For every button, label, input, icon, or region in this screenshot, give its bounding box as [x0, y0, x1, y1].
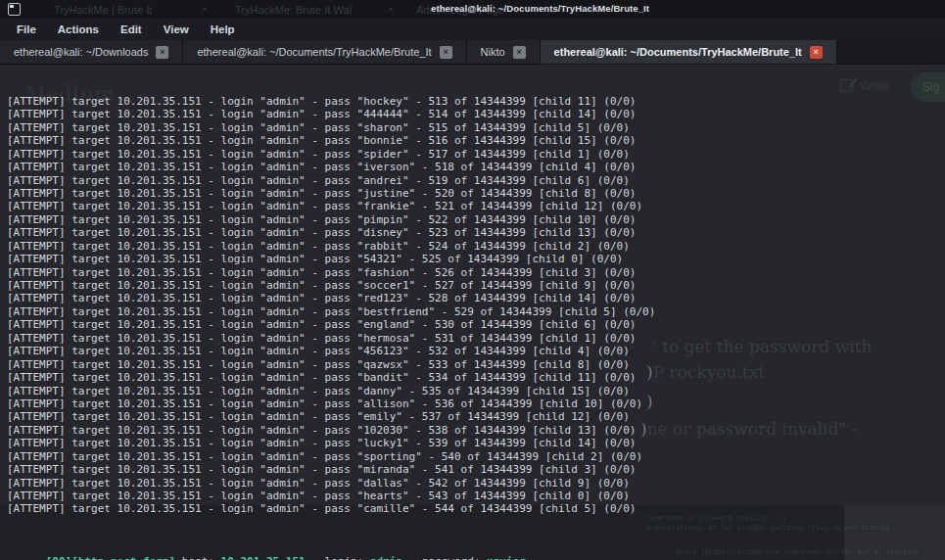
attempt-line: [ATTEMPT] target 10.201.35.151 - login "… [7, 108, 945, 120]
attempt-line: [ATTEMPT] target 10.201.35.151 - login "… [7, 502, 945, 515]
qterminal-window: TryHackMe | Brute It × TryHackMe: Brute … [0, 0, 945, 560]
window-title: ethereal@kali: ~/Documents/TryHackMe/Bru… [431, 3, 649, 14]
result-host-label: host: [175, 555, 220, 560]
attempt-line: [ATTEMPT] target 10.201.35.151 - login "… [7, 253, 945, 265]
tab-label: ethereal@kali: ~/Documents/TryHackMe/Bru… [554, 46, 802, 58]
menu-item-help[interactable]: Help [205, 22, 241, 37]
attempt-line: [ATTEMPT] target 10.201.35.151 - login "… [7, 187, 945, 200]
attempt-line: [ATTEMPT] target 10.201.35.151 - login "… [7, 477, 945, 490]
attempt-line: [ATTEMPT] target 10.201.35.151 - login "… [7, 385, 945, 397]
attempt-line: [ATTEMPT] target 10.201.35.151 - login "… [7, 266, 945, 279]
attempt-line: [ATTEMPT] target 10.201.35.151 - login "… [7, 371, 945, 384]
hydra-result-line: [80][http-post-form] host: 10.201.35.151… [7, 542, 945, 555]
attempt-line: [ATTEMPT] target 10.201.35.151 - login "… [7, 358, 945, 371]
tab-label: ethereal@kali: ~/Downloads [14, 46, 148, 58]
terminal-tab-2[interactable]: Nikto× [467, 40, 541, 64]
menu-item-edit[interactable]: Edit [115, 22, 148, 37]
terminal-output[interactable]: [ATTEMPT] target 10.201.35.151 - login "… [0, 65, 945, 560]
attempt-line: [ATTEMPT] target 10.201.35.151 - login "… [7, 279, 945, 292]
attempt-line: [ATTEMPT] target 10.201.35.151 - login "… [7, 410, 945, 423]
attempt-line: [ATTEMPT] target 10.201.35.151 - login "… [7, 318, 945, 331]
attempt-line: [ATTEMPT] target 10.201.35.151 - login "… [7, 148, 945, 161]
attempt-line: [ATTEMPT] target 10.201.35.151 - login "… [7, 463, 945, 476]
result-password: xavier [487, 555, 526, 560]
attempt-line: [ATTEMPT] target 10.201.35.151 - login "… [7, 305, 945, 318]
attempt-line: [ATTEMPT] target 10.201.35.151 - login "… [7, 424, 945, 437]
attempt-line: [ATTEMPT] target 10.201.35.151 - login "… [7, 121, 945, 134]
tab-close-icon[interactable]: × [156, 46, 168, 59]
tab-label: ethereal@kali: ~/Documents/TryHackMe/Bru… [197, 46, 431, 58]
bleed-tab-close-icon: × [202, 4, 208, 15]
bleed-tab-close-icon: × [388, 4, 394, 15]
menu-item-file[interactable]: File [11, 22, 42, 37]
menu-item-view[interactable]: View [158, 22, 195, 37]
tab-close-icon[interactable]: × [513, 46, 526, 59]
bleed-browser-tab: TryHackMe | Brute It [54, 4, 152, 16]
terminal-tab-3[interactable]: ethereal@kali: ~/Documents/TryHackMe/Bru… [541, 40, 837, 64]
menubar: FileActionsEditViewHelp [0, 19, 945, 40]
terminal-tab-1[interactable]: ethereal@kali: ~/Documents/TryHackMe/Bru… [183, 40, 466, 64]
result-login-label: login: [306, 555, 370, 560]
attempt-line: [ATTEMPT] target 10.201.35.151 - login "… [7, 292, 945, 304]
titlebar: TryHackMe | Brute It × TryHackMe: Brute … [0, 0, 945, 19]
attempt-line: [ATTEMPT] target 10.201.35.151 - login "… [7, 213, 945, 226]
result-login: admin [370, 555, 402, 560]
result-service: [80][http-post-form] [46, 555, 175, 560]
attempt-line: [ATTEMPT] target 10.201.35.151 - login "… [7, 200, 945, 212]
tab-label: Nikto [481, 46, 505, 58]
result-password-label: password: [402, 555, 487, 560]
attempt-line: [ATTEMPT] target 10.201.35.151 - login "… [7, 161, 945, 173]
result-host: 10.201.35.151 [221, 555, 306, 560]
attempt-line: [ATTEMPT] target 10.201.35.151 - login "… [7, 397, 945, 410]
attempt-line: [ATTEMPT] target 10.201.35.151 - login "… [7, 450, 945, 463]
attempt-lines-group: [ATTEMPT] target 10.201.35.151 - login "… [7, 95, 945, 516]
tab-close-icon[interactable]: × [810, 46, 823, 59]
attempt-line: [ATTEMPT] target 10.201.35.151 - login "… [7, 332, 945, 345]
attempt-line: [ATTEMPT] target 10.201.35.151 - login "… [7, 345, 945, 357]
terminal-tab-0[interactable]: ethereal@kali: ~/Downloads× [0, 40, 183, 64]
terminal-icon [8, 3, 21, 16]
attempt-line: [ATTEMPT] target 10.201.35.151 - login "… [7, 490, 945, 502]
tab-close-icon[interactable]: × [440, 46, 452, 59]
menu-item-actions[interactable]: Actions [52, 22, 105, 37]
attempt-line: [ATTEMPT] target 10.201.35.151 - login "… [7, 134, 945, 147]
tabbar: ethereal@kali: ~/Downloads×ethereal@kali… [0, 40, 945, 65]
bleed-browser-tab: TryHackMe: Brute It Wal [235, 4, 352, 16]
attempt-line: [ATTEMPT] target 10.201.35.151 - login "… [7, 437, 945, 449]
attempt-line: [ATTEMPT] target 10.201.35.151 - login "… [7, 95, 945, 108]
attempt-line: [ATTEMPT] target 10.201.35.151 - login "… [7, 226, 945, 239]
attempt-line: [ATTEMPT] target 10.201.35.151 - login "… [7, 240, 945, 253]
attempt-line: [ATTEMPT] target 10.201.35.151 - login "… [7, 174, 945, 187]
